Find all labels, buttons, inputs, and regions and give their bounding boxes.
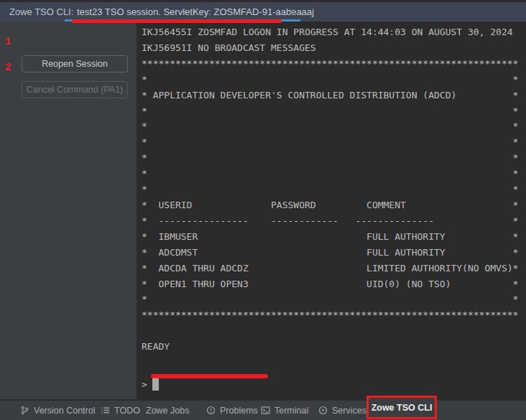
statusbar-item-services[interactable]: Services (318, 401, 366, 420)
tab-tso-session[interactable]: test23 TSO session. ServletKey: ZOSMFAD-… (65, 2, 300, 22)
statusbar-item-label: Zowe TSO CLI (372, 403, 433, 413)
zowe-tso-cli-tool-window: Zowe TSO CLI: test23 TSO session. Servle… (0, 0, 526, 420)
reopen-session-button[interactable]: Reopen Session (22, 55, 128, 73)
statusbar-item-problems[interactable]: Problems (206, 401, 258, 420)
terminal-output: IKJ56455I ZOSMFAD LOGON IN PROGRESS AT 1… (142, 24, 518, 355)
statusbar-item-version-control[interactable]: Version Control (20, 401, 95, 420)
statusbar-item-label: Zowe Jobs (146, 406, 189, 416)
problems-icon (206, 406, 216, 415)
statusbar-item-zowe-jobs[interactable]: Zowe Jobs (146, 401, 189, 420)
statusbar-item-label: Problems (220, 406, 258, 416)
prompt-symbol: > (142, 379, 147, 390)
statusbar-item-terminal[interactable]: Terminal (261, 401, 308, 420)
todo-list-icon (101, 406, 110, 415)
terminal-cursor (152, 378, 159, 391)
statusbar-item-zowe-tso-cli[interactable]: Zowe TSO CLI (366, 396, 437, 419)
tool-window-title: Zowe TSO CLI: (9, 6, 73, 17)
session-actions-sidebar: Reopen Session Cancel Command (PA1) (0, 22, 137, 399)
statusbar-item-label: Version Control (34, 406, 95, 416)
annotation-prompt-underline (151, 374, 268, 378)
services-play-icon (318, 406, 328, 415)
tool-window-header: Zowe TSO CLI: test23 TSO session. Servle… (0, 2, 526, 22)
annotation-number-2: 2 (5, 60, 11, 73)
bottom-status-bar: Version Control TODO Zowe Jobs Problems (0, 400, 526, 420)
annotation-tab-underline (72, 19, 282, 23)
close-icon[interactable]: × (286, 5, 297, 18)
git-branch-icon (20, 406, 29, 415)
statusbar-item-label: Terminal (274, 406, 308, 416)
statusbar-item-label: TODO (114, 406, 140, 416)
tso-terminal-panel[interactable]: IKJ56455I ZOSMFAD LOGON IN PROGRESS AT 1… (137, 22, 526, 399)
terminal-prompt-row[interactable]: > (142, 376, 159, 392)
statusbar-item-todo[interactable]: TODO (101, 401, 140, 420)
terminal-icon (261, 406, 270, 415)
tab-title: test23 TSO session. ServletKey: ZOSMFAD-… (77, 6, 314, 17)
annotation-number-1: 1 (5, 34, 11, 47)
cancel-command-button[interactable]: Cancel Command (PA1) (22, 81, 128, 98)
statusbar-item-label: Services (332, 406, 366, 416)
